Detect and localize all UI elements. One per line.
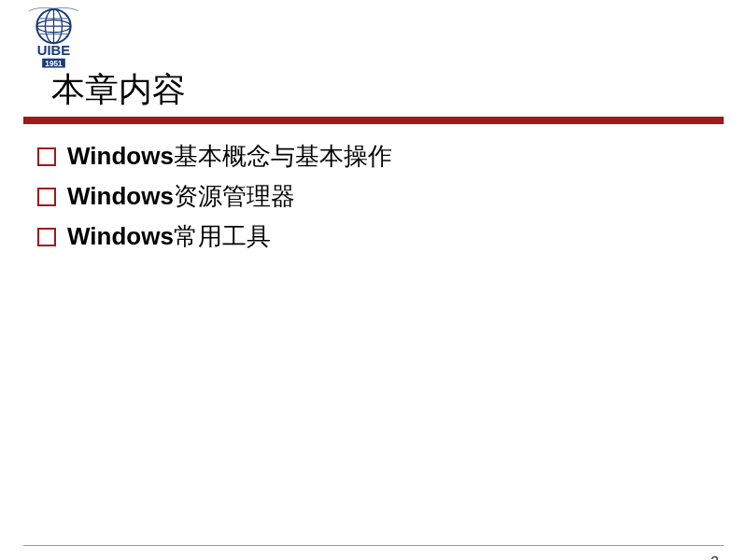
slide-footer: 3 bbox=[23, 545, 724, 546]
footer-divider bbox=[23, 545, 724, 546]
item-text: Windows常用工具 bbox=[67, 220, 271, 253]
list-item: Windows资源管理器 bbox=[37, 180, 392, 213]
content-list: Windows基本概念与基本操作 Windows资源管理器 Windows常用工… bbox=[37, 140, 392, 260]
square-bullet-icon bbox=[37, 188, 56, 206]
list-item: Windows基本概念与基本操作 bbox=[37, 140, 392, 173]
university-logo: UIBE 1951 bbox=[14, 5, 93, 70]
svg-text:UIBE: UIBE bbox=[37, 43, 71, 58]
slide-title: 本章内容 bbox=[51, 67, 186, 113]
item-text: Windows资源管理器 bbox=[67, 180, 295, 213]
list-item: Windows常用工具 bbox=[37, 220, 392, 253]
title-divider bbox=[23, 117, 724, 124]
page-number: 3 bbox=[711, 554, 719, 560]
item-text: Windows基本概念与基本操作 bbox=[67, 140, 392, 173]
square-bullet-icon bbox=[37, 228, 56, 246]
square-bullet-icon bbox=[37, 147, 56, 166]
